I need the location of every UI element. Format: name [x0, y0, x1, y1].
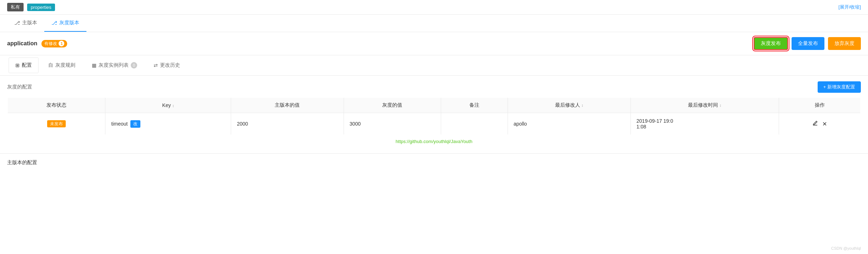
time-sort-icon[interactable]: ↕ — [719, 103, 722, 107]
sub-tab-gray-instances[interactable]: ▦ 灰度实例列表 0 — [85, 57, 144, 73]
tag-properties: properties — [27, 4, 55, 11]
delete-icon[interactable]: ✕ — [822, 121, 827, 127]
col-header-gray-value: 灰度的值 — [344, 97, 441, 113]
cell-main-value: 2000 — [231, 113, 344, 135]
header-actions: 灰度发布 全量发布 放弃灰度 — [754, 37, 861, 50]
sub-tab-config[interactable]: ⊞ 配置 — [9, 57, 39, 73]
status-unpublished-badge: 未发布 — [47, 120, 66, 127]
action-icons-container: ✕ — [785, 120, 854, 127]
sub-tab-change-history-label: 更改历史 — [160, 62, 180, 68]
header-row: application 有修改 1 灰度发布 全量发布 放弃灰度 — [0, 32, 868, 55]
top-bar: 私有 properties [展开/收缩] — [0, 0, 868, 15]
abandon-gray-button[interactable]: 放弃灰度 — [828, 37, 861, 50]
content-area: 灰度的配置 + 新增灰度配置 发布状态 Key ↕ 主版本的值 灰度的值 备注 … — [0, 76, 868, 153]
tag-private: 私有 — [7, 3, 24, 11]
key-cell-content: timeout 改 — [111, 120, 225, 128]
section-title: 灰度的配置 — [7, 84, 32, 90]
cell-remark — [441, 113, 508, 135]
gray-instances-count-badge: 0 — [131, 62, 137, 68]
cell-status: 未发布 — [8, 113, 105, 135]
modifier-sort-icon[interactable]: ↕ — [581, 103, 583, 107]
section-header: 灰度的配置 + 新增灰度配置 — [7, 81, 861, 93]
full-publish-button[interactable]: 全量发布 — [792, 37, 824, 50]
modified-badge-label: 有修改 — [44, 41, 57, 47]
gray-rule-icon: 自 — [48, 62, 53, 68]
col-header-main-value: 主版本的值 — [231, 97, 344, 113]
add-config-button[interactable]: + 新增灰度配置 — [818, 81, 861, 93]
tab-gray-version[interactable]: ⎇ 灰度版本 — [44, 15, 86, 32]
col-header-last-modifier: 最后修改人 ↕ — [508, 97, 630, 113]
sub-tab-change-history[interactable]: ⇄ 更改历史 — [147, 57, 187, 73]
sub-tab-gray-instances-label: 灰度实例列表 — [99, 62, 129, 68]
key-value: timeout — [111, 121, 128, 127]
bottom-section-title: 主版本的配置 — [7, 159, 37, 165]
cell-key: timeout 改 — [105, 113, 231, 135]
tab-main-version[interactable]: ⎇ 主版本 — [7, 15, 44, 32]
cell-last-modify-time: 2019-09-17 19:01:08 — [630, 113, 779, 135]
table-row: 未发布 timeout 改 2000 3000 apollo 2019-09-1… — [8, 113, 860, 135]
col-header-key: Key ↕ — [105, 97, 231, 113]
change-history-icon: ⇄ — [154, 62, 158, 68]
cell-last-modifier: apollo — [508, 113, 630, 135]
svg-rect-0 — [813, 125, 817, 126]
footer-credit: CSDN @youthlql — [831, 246, 861, 250]
key-sort-icon[interactable]: ↕ — [172, 103, 174, 108]
sub-tab-gray-rule-label: 灰度规则 — [55, 62, 75, 68]
gray-instances-icon: ▦ — [92, 62, 96, 68]
config-icon: ⊞ — [15, 62, 20, 68]
tab-main-version-label: 主版本 — [22, 20, 37, 26]
tabs-row: ⎇ 主版本 ⎇ 灰度版本 — [0, 15, 868, 32]
col-header-actions: 操作 — [779, 97, 860, 113]
sub-tab-gray-rule[interactable]: 自 灰度规则 — [41, 57, 82, 73]
gray-publish-button[interactable]: 灰度发布 — [754, 37, 788, 50]
col-header-status: 发布状态 — [8, 97, 105, 113]
sub-tabs: ⊞ 配置 自 灰度规则 ▦ 灰度实例列表 0 ⇄ 更改历史 — [0, 55, 868, 76]
modify-key-button[interactable]: 改 — [130, 120, 140, 128]
bottom-section: 主版本的配置 — [0, 153, 868, 172]
cell-actions: ✕ — [779, 113, 860, 135]
modified-badge: 有修改 1 — [41, 40, 67, 47]
modified-badge-count: 1 — [59, 41, 64, 46]
col-header-last-modify-time: 最后修改时间 ↕ — [630, 97, 779, 113]
watermark-link: https://github.com/youthlql/JavaYouth — [7, 135, 861, 148]
gray-version-icon: ⎇ — [51, 20, 57, 26]
main-version-icon: ⎇ — [14, 20, 20, 26]
col-header-remark: 备注 — [441, 97, 508, 113]
sub-tab-config-label: 配置 — [22, 62, 32, 68]
tab-gray-version-label: 灰度版本 — [59, 20, 79, 26]
expand-collapse-button[interactable]: [展开/收缩] — [838, 4, 861, 10]
config-table: 发布状态 Key ↕ 主版本的值 灰度的值 备注 最后修改人 ↕ 最后修改时间 … — [7, 97, 861, 135]
app-name: application — [7, 40, 37, 47]
cell-gray-value: 3000 — [344, 113, 441, 135]
edit-icon[interactable] — [812, 120, 818, 127]
